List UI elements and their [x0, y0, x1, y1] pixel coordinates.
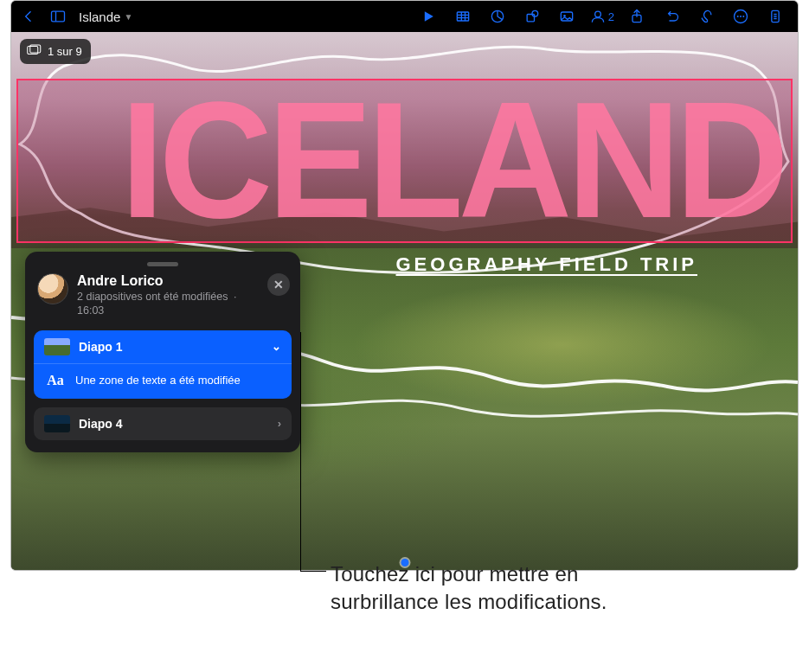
- svg-rect-3: [457, 12, 468, 21]
- callout-leader-elbow: [300, 571, 326, 572]
- toolbar: Islande ▼ 2: [11, 1, 798, 32]
- format-brush-button[interactable]: [694, 4, 718, 29]
- close-icon: ✕: [273, 278, 284, 291]
- activity-item-diapo1[interactable]: Diapo 1 ⌄ Aa Une zone de texte a été mod…: [34, 330, 292, 399]
- more-button[interactable]: [729, 4, 753, 29]
- slide-title: ICELAND: [120, 86, 784, 235]
- svg-point-16: [737, 16, 739, 17]
- svg-rect-0: [52, 11, 65, 22]
- slide-counter-text: 1 sur 9: [48, 45, 82, 58]
- slide-canvas[interactable]: ICELAND GEOGRAPHY FIELD TRIP 1 sur 9 And…: [11, 32, 798, 570]
- undo-button[interactable]: [659, 4, 684, 29]
- media-button[interactable]: [555, 4, 579, 29]
- title-text-box[interactable]: ICELAND: [16, 79, 793, 243]
- activity-item-label: Diapo 4: [79, 417, 123, 431]
- activity-item-diapo4[interactable]: Diapo 4 ›: [34, 407, 292, 440]
- slide-counter-badge[interactable]: 1 sur 9: [20, 39, 91, 64]
- activity-item-detail[interactable]: Aa Une zone de texte a été modifiée: [34, 363, 292, 399]
- share-button[interactable]: [625, 4, 649, 29]
- chevron-right-icon: ›: [278, 417, 281, 430]
- svg-point-18: [742, 16, 744, 17]
- play-button[interactable]: [416, 4, 440, 29]
- svg-marker-2: [425, 11, 433, 22]
- activity-item-label: Diapo 1: [79, 340, 123, 354]
- callout-text: Touchez ici pour mettre en surbrillance …: [331, 560, 607, 617]
- shape-button[interactable]: [520, 4, 544, 29]
- activity-user-name: Andre Lorico: [77, 273, 288, 289]
- slides-icon: [27, 44, 42, 59]
- activity-detail-text: Une zone de texte a été modifiée: [75, 374, 241, 387]
- close-button[interactable]: ✕: [267, 273, 290, 296]
- slide-subtitle[interactable]: GEOGRAPHY FIELD TRIP: [396, 253, 698, 276]
- svg-point-13: [594, 11, 600, 17]
- back-button[interactable]: [16, 4, 41, 29]
- document-options-button[interactable]: [763, 4, 787, 29]
- avatar: [37, 273, 68, 304]
- document-title[interactable]: Islande ▼: [79, 10, 132, 24]
- collab-count: 2: [608, 10, 614, 23]
- sidebar-toggle-button[interactable]: [46, 4, 70, 29]
- app-window: Islande ▼ 2: [10, 0, 799, 571]
- svg-point-10: [532, 10, 538, 16]
- slide-thumbnail: [44, 338, 70, 355]
- svg-point-17: [740, 16, 742, 17]
- chevron-down-icon: ⌄: [272, 340, 281, 353]
- activity-popover: Andre Lorico 2 diapositives ont été modi…: [25, 252, 300, 452]
- chevron-down-icon: ▼: [124, 12, 132, 22]
- text-icon: Aa: [44, 373, 67, 388]
- collaboration-button[interactable]: 2: [589, 4, 614, 29]
- document-title-text: Islande: [79, 10, 120, 24]
- slide-thumbnail: [44, 415, 70, 432]
- callout-leader-line: [300, 332, 301, 571]
- table-button[interactable]: [451, 4, 475, 29]
- activity-summary: 2 diapositives ont été modifiées · 16:03: [77, 290, 288, 318]
- drag-handle[interactable]: [147, 262, 178, 266]
- chart-button[interactable]: [485, 4, 510, 29]
